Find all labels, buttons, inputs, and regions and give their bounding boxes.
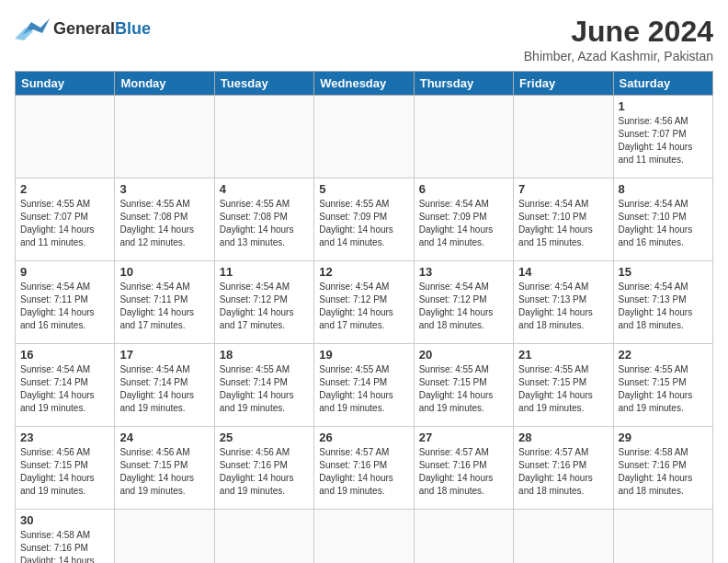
calendar-week-1: 1Sunrise: 4:56 AM Sunset: 7:07 PM Daylig… <box>16 96 713 178</box>
day-info: Sunrise: 4:55 AM Sunset: 7:15 PM Dayligh… <box>518 363 608 415</box>
day-info: Sunrise: 4:54 AM Sunset: 7:10 PM Dayligh… <box>518 198 608 249</box>
day-info: Sunrise: 4:54 AM Sunset: 7:14 PM Dayligh… <box>119 363 209 415</box>
day-info: Sunrise: 4:55 AM Sunset: 7:14 PM Dayligh… <box>319 363 408 415</box>
calendar-cell: 21Sunrise: 4:55 AM Sunset: 7:15 PM Dayli… <box>514 344 613 427</box>
logo: GeneralBlue <box>15 15 151 42</box>
day-number: 30 <box>20 513 109 527</box>
day-number: 15 <box>619 265 708 279</box>
calendar-cell <box>115 510 214 564</box>
day-info: Sunrise: 4:55 AM Sunset: 7:15 PM Dayligh… <box>619 363 708 415</box>
calendar-cell: 27Sunrise: 4:57 AM Sunset: 7:16 PM Dayli… <box>414 427 513 510</box>
day-number: 20 <box>419 348 508 362</box>
calendar-header-wednesday: Wednesday <box>314 72 414 96</box>
day-info: Sunrise: 4:54 AM Sunset: 7:13 PM Dayligh… <box>619 281 708 332</box>
day-number: 17 <box>119 348 209 362</box>
day-number: 18 <box>220 348 309 362</box>
calendar-week-5: 23Sunrise: 4:56 AM Sunset: 7:15 PM Dayli… <box>16 427 713 510</box>
calendar-header-saturday: Saturday <box>613 72 712 96</box>
location: Bhimber, Azad Kashmir, Pakistan <box>524 49 713 63</box>
calendar-cell <box>115 96 214 178</box>
calendar-cell: 11Sunrise: 4:54 AM Sunset: 7:12 PM Dayli… <box>214 261 313 344</box>
calendar-week-2: 2Sunrise: 4:55 AM Sunset: 7:07 PM Daylig… <box>16 178 713 261</box>
calendar-cell <box>414 96 513 178</box>
calendar-header-monday: Monday <box>115 72 214 96</box>
calendar-cell <box>414 510 513 564</box>
calendar-cell: 5Sunrise: 4:55 AM Sunset: 7:09 PM Daylig… <box>314 178 414 261</box>
day-number: 19 <box>319 348 408 362</box>
day-info: Sunrise: 4:54 AM Sunset: 7:14 PM Dayligh… <box>20 363 109 415</box>
calendar-cell <box>514 510 613 564</box>
day-info: Sunrise: 4:57 AM Sunset: 7:16 PM Dayligh… <box>518 446 608 498</box>
calendar-cell: 29Sunrise: 4:58 AM Sunset: 7:16 PM Dayli… <box>613 427 712 510</box>
calendar-cell: 3Sunrise: 4:55 AM Sunset: 7:08 PM Daylig… <box>115 178 214 261</box>
day-info: Sunrise: 4:55 AM Sunset: 7:08 PM Dayligh… <box>119 198 209 249</box>
calendar-cell: 1Sunrise: 4:56 AM Sunset: 7:07 PM Daylig… <box>613 96 712 178</box>
calendar-cell <box>514 96 613 178</box>
day-number: 26 <box>319 431 408 444</box>
calendar-cell: 14Sunrise: 4:54 AM Sunset: 7:13 PM Dayli… <box>514 261 613 344</box>
calendar-cell: 7Sunrise: 4:54 AM Sunset: 7:10 PM Daylig… <box>514 178 613 261</box>
calendar-header-row: SundayMondayTuesdayWednesdayThursdayFrid… <box>16 72 713 96</box>
day-number: 13 <box>419 265 508 279</box>
day-info: Sunrise: 4:54 AM Sunset: 7:11 PM Dayligh… <box>20 281 109 332</box>
calendar-header-friday: Friday <box>514 72 613 96</box>
day-number: 23 <box>20 431 109 444</box>
day-number: 1 <box>619 99 708 113</box>
day-info: Sunrise: 4:54 AM Sunset: 7:11 PM Dayligh… <box>119 281 209 332</box>
day-number: 24 <box>119 431 209 444</box>
calendar-cell: 20Sunrise: 4:55 AM Sunset: 7:15 PM Dayli… <box>414 344 513 427</box>
day-number: 29 <box>619 431 708 444</box>
calendar-header-sunday: Sunday <box>16 72 115 96</box>
day-info: Sunrise: 4:56 AM Sunset: 7:16 PM Dayligh… <box>220 446 309 498</box>
calendar-cell <box>214 96 313 178</box>
logo-general: General <box>53 19 115 38</box>
day-number: 6 <box>419 182 508 196</box>
calendar-cell: 10Sunrise: 4:54 AM Sunset: 7:11 PM Dayli… <box>115 261 214 344</box>
calendar-cell: 8Sunrise: 4:54 AM Sunset: 7:10 PM Daylig… <box>613 178 712 261</box>
calendar-cell <box>214 510 313 564</box>
day-number: 28 <box>518 431 608 444</box>
day-number: 10 <box>119 265 209 279</box>
calendar-header-thursday: Thursday <box>414 72 513 96</box>
title-block: June 2024 Bhimber, Azad Kashmir, Pakista… <box>524 15 713 63</box>
day-info: Sunrise: 4:55 AM Sunset: 7:15 PM Dayligh… <box>419 363 508 415</box>
day-info: Sunrise: 4:55 AM Sunset: 7:14 PM Dayligh… <box>220 363 309 415</box>
day-info: Sunrise: 4:54 AM Sunset: 7:12 PM Dayligh… <box>220 281 309 332</box>
day-info: Sunrise: 4:57 AM Sunset: 7:16 PM Dayligh… <box>319 446 408 498</box>
calendar-cell: 16Sunrise: 4:54 AM Sunset: 7:14 PM Dayli… <box>16 344 115 427</box>
day-info: Sunrise: 4:58 AM Sunset: 7:16 PM Dayligh… <box>20 529 109 563</box>
calendar-cell: 17Sunrise: 4:54 AM Sunset: 7:14 PM Dayli… <box>115 344 214 427</box>
day-number: 11 <box>220 265 309 279</box>
day-number: 8 <box>619 182 708 196</box>
calendar-cell <box>16 96 115 178</box>
calendar-cell: 12Sunrise: 4:54 AM Sunset: 7:12 PM Dayli… <box>314 261 414 344</box>
day-info: Sunrise: 4:58 AM Sunset: 7:16 PM Dayligh… <box>619 446 708 498</box>
calendar-cell: 9Sunrise: 4:54 AM Sunset: 7:11 PM Daylig… <box>16 261 115 344</box>
day-number: 5 <box>319 182 408 196</box>
day-info: Sunrise: 4:56 AM Sunset: 7:15 PM Dayligh… <box>119 446 209 498</box>
month-title: June 2024 <box>524 15 713 49</box>
day-info: Sunrise: 4:55 AM Sunset: 7:09 PM Dayligh… <box>319 198 408 249</box>
calendar-cell: 30Sunrise: 4:58 AM Sunset: 7:16 PM Dayli… <box>16 510 115 564</box>
calendar-week-3: 9Sunrise: 4:54 AM Sunset: 7:11 PM Daylig… <box>16 261 713 344</box>
day-number: 2 <box>20 182 109 196</box>
day-number: 4 <box>220 182 309 196</box>
day-number: 12 <box>319 265 408 279</box>
day-number: 22 <box>619 348 708 362</box>
calendar-cell: 28Sunrise: 4:57 AM Sunset: 7:16 PM Dayli… <box>514 427 613 510</box>
day-info: Sunrise: 4:54 AM Sunset: 7:10 PM Dayligh… <box>619 198 708 249</box>
day-number: 7 <box>518 182 608 196</box>
day-info: Sunrise: 4:57 AM Sunset: 7:16 PM Dayligh… <box>419 446 508 498</box>
day-number: 3 <box>119 182 209 196</box>
day-info: Sunrise: 4:55 AM Sunset: 7:08 PM Dayligh… <box>220 198 309 249</box>
logo-bird-icon <box>15 15 50 42</box>
day-number: 21 <box>518 348 608 362</box>
day-info: Sunrise: 4:56 AM Sunset: 7:07 PM Dayligh… <box>619 115 708 167</box>
calendar-cell: 23Sunrise: 4:56 AM Sunset: 7:15 PM Dayli… <box>16 427 115 510</box>
day-info: Sunrise: 4:54 AM Sunset: 7:09 PM Dayligh… <box>419 198 508 249</box>
calendar-cell: 2Sunrise: 4:55 AM Sunset: 7:07 PM Daylig… <box>16 178 115 261</box>
calendar-cell: 6Sunrise: 4:54 AM Sunset: 7:09 PM Daylig… <box>414 178 513 261</box>
calendar-week-4: 16Sunrise: 4:54 AM Sunset: 7:14 PM Dayli… <box>16 344 713 427</box>
calendar-cell: 15Sunrise: 4:54 AM Sunset: 7:13 PM Dayli… <box>613 261 712 344</box>
calendar-cell: 26Sunrise: 4:57 AM Sunset: 7:16 PM Dayli… <box>314 427 414 510</box>
